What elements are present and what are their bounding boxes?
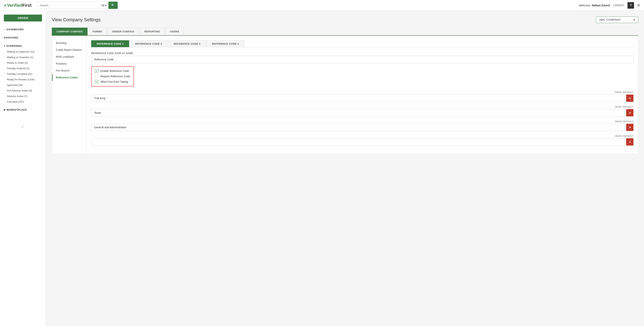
value-input-trail-king[interactable] bbox=[91, 94, 624, 102]
sidebar-dashboard-item[interactable]: ⌂ DASHBOARD bbox=[0, 26, 46, 32]
checkbox-item-require: Require Reference Code bbox=[95, 75, 130, 78]
top-nav: ✔VerifiedFirst All ▾ 🔍 Welcome, Nathan (… bbox=[0, 0, 644, 11]
logout-button[interactable]: LOGOUT bbox=[613, 4, 624, 7]
value-row-input-3: ✕ bbox=[91, 124, 634, 131]
ref-tab-4[interactable]: REFERENCE CODE 4 bbox=[206, 40, 244, 47]
home-icon: ⌂ bbox=[4, 28, 5, 31]
sidebar-item-approved[interactable]: Approved (34) bbox=[0, 82, 46, 88]
chevron-right-icon: ▶ bbox=[4, 108, 6, 111]
value-row-input-4: ✕ bbox=[91, 138, 634, 146]
sidebar-item-partially-ordered[interactable]: Partially Ordered (1) bbox=[0, 66, 46, 71]
require-checkbox[interactable] bbox=[95, 75, 98, 78]
value-row-input-1: ✕ bbox=[91, 94, 634, 102]
tab-order-configs[interactable]: ORDER CONFIGS bbox=[107, 28, 139, 35]
sidebar-positions-section: POSITIONS bbox=[0, 33, 46, 42]
delete-button-general[interactable]: ✕ bbox=[626, 124, 634, 131]
checkbox-item-enable: Enable Reference Code bbox=[95, 69, 130, 73]
logo-first: First bbox=[22, 3, 32, 8]
sidebar-footer-logo: ✓ bbox=[0, 118, 46, 136]
value-row-texas: MAKE DEFAULT ✕ bbox=[91, 106, 634, 116]
display-name-input[interactable] bbox=[91, 56, 634, 63]
make-default-label-3: MAKE DEFAULT bbox=[91, 120, 634, 123]
main-content: View Company Settings ABC COMPANY ▾ COMP… bbox=[46, 11, 644, 326]
search-filter-label: All bbox=[102, 4, 104, 7]
right-panel: REFERENCE CODE 1 REFERENCE CODE 2 REFERE… bbox=[86, 36, 638, 154]
value-row-input-2: ✕ bbox=[91, 109, 634, 116]
main-tabs: COMPANY CONFIGS FORMS ORDER CONFIGS REPO… bbox=[52, 28, 638, 36]
value-input-general[interactable] bbox=[91, 124, 624, 131]
freeform-checkbox[interactable] bbox=[95, 80, 98, 83]
tab-forms[interactable]: FORMS bbox=[88, 28, 107, 35]
chevron-down-icon: ▾ bbox=[4, 45, 5, 47]
sidebar-dashboard-label: DASHBOARD bbox=[6, 28, 24, 31]
sidebar-item-partially-complete[interactable]: Partially Complete (62) bbox=[0, 71, 46, 77]
delete-button-empty[interactable]: ✕ bbox=[626, 138, 634, 146]
ref-tab-1[interactable]: REFERENCE CODE 1 bbox=[91, 40, 129, 47]
sidebar-dashboard-section: ⌂ DASHBOARD bbox=[0, 25, 46, 33]
display-name-label: REFERENCE CODE DISPLAY NAME bbox=[91, 52, 634, 55]
value-input-empty[interactable] bbox=[91, 138, 624, 146]
company-dropdown-arrow-icon: ▾ bbox=[634, 18, 635, 21]
logo: ✔VerifiedFirst bbox=[4, 3, 32, 8]
value-row-empty: MAKE DEFAULT ✕ bbox=[91, 135, 634, 146]
freeform-checkbox-label: Allow Free-form Typing bbox=[100, 80, 128, 83]
sidebar-item-ready-order[interactable]: Ready to Order (0) bbox=[0, 60, 46, 66]
sidebar-item-ready-review[interactable]: Ready for Review (1204) bbox=[0, 77, 46, 82]
company-name: ABC COMPANY bbox=[599, 18, 621, 21]
tab-users[interactable]: USERS bbox=[165, 28, 184, 35]
make-default-label-2: MAKE DEFAULT bbox=[91, 106, 634, 108]
page-header: View Company Settings ABC COMPANY ▾ bbox=[52, 16, 638, 23]
company-selector[interactable]: ABC COMPANY ▾ bbox=[596, 16, 638, 23]
ref-tab-2[interactable]: REFERENCE CODE 2 bbox=[130, 40, 168, 47]
sidebar-screening-section: ▾ SCREENING Waiting on Applicant (12) Wa… bbox=[0, 42, 46, 106]
sidebar-marketplace-label: MARKETPLACE bbox=[7, 108, 27, 111]
content-panel: Branding Credit Report Reason MVR Lookba… bbox=[52, 36, 638, 154]
order-button[interactable]: ORDER bbox=[4, 14, 42, 21]
settings-gear-icon[interactable]: ⚙ bbox=[637, 3, 640, 7]
logo-verified: Verified bbox=[7, 3, 22, 8]
enable-checkbox[interactable] bbox=[95, 69, 98, 73]
sidebar-item-waiting-applicant[interactable]: Waiting on Applicant (12) bbox=[0, 49, 46, 54]
help-button[interactable]: ? bbox=[628, 2, 634, 9]
options-checkbox-group: Enable Reference Code Require Reference … bbox=[91, 66, 134, 86]
left-menu-branding[interactable]: Branding bbox=[52, 39, 86, 46]
make-default-label-1: MAKE DEFAULT bbox=[91, 91, 634, 93]
sidebar-item-adverse[interactable]: Adverse Action (7) bbox=[0, 93, 46, 99]
make-default-label-4: MAKE DEFAULT bbox=[91, 135, 634, 137]
sidebar-positions-item[interactable]: POSITIONS bbox=[0, 35, 46, 41]
left-menu: Branding Credit Report Reason MVR Lookba… bbox=[52, 36, 86, 154]
tab-company-configs[interactable]: COMPANY CONFIGS bbox=[52, 28, 88, 35]
display-name-field: REFERENCE CODE DISPLAY NAME bbox=[91, 52, 634, 66]
sidebar-screening-header[interactable]: ▾ SCREENING bbox=[0, 43, 46, 49]
welcome-text: Welcome, Nathan (User)! bbox=[579, 4, 610, 7]
left-menu-credit-report[interactable]: Credit Report Reason bbox=[52, 46, 86, 53]
left-menu-reference-codes[interactable]: Reference Codes bbox=[52, 74, 86, 81]
search-filter-dropdown[interactable]: All ▾ bbox=[100, 2, 108, 8]
sidebar-marketplace-item[interactable]: ▶ MARKETPLACE bbox=[0, 107, 46, 113]
enable-checkbox-label: Enable Reference Code bbox=[100, 69, 129, 72]
value-row-general: MAKE DEFAULT ✕ bbox=[91, 120, 634, 131]
delete-button-texas[interactable]: ✕ bbox=[626, 109, 634, 116]
reference-code-tabs: REFERENCE CODE 1 REFERENCE CODE 2 REFERE… bbox=[91, 40, 634, 47]
layout: ORDER ⌂ DASHBOARD POSITIONS ▾ SCREENING … bbox=[0, 11, 644, 326]
sidebar-positions-label: POSITIONS bbox=[4, 36, 18, 39]
left-menu-mvr[interactable]: MVR Lookback bbox=[52, 53, 86, 60]
page-title: View Company Settings bbox=[52, 17, 100, 22]
value-row-trail-king: MAKE DEFAULT ✕ bbox=[91, 91, 634, 102]
delete-button-trail-king[interactable]: ✕ bbox=[626, 94, 634, 102]
tab-reporting[interactable]: REPORTING bbox=[140, 28, 165, 35]
require-checkbox-label: Require Reference Code bbox=[100, 75, 130, 78]
search-input[interactable] bbox=[38, 2, 99, 8]
search-button[interactable]: 🔍 bbox=[108, 2, 118, 9]
sidebar-item-canceled[interactable]: Canceled (157) bbox=[0, 99, 46, 104]
search-area: All ▾ 🔍 bbox=[37, 1, 118, 9]
left-menu-pre-search[interactable]: Pre-Search bbox=[52, 67, 86, 74]
value-input-texas[interactable] bbox=[91, 109, 624, 116]
ref-tab-3[interactable]: REFERENCE CODE 3 bbox=[168, 40, 206, 47]
checkbox-item-freeform: Allow Free-form Typing bbox=[95, 80, 130, 83]
left-menu-positions[interactable]: Positions bbox=[52, 60, 86, 67]
chevron-down-icon: ▾ bbox=[105, 4, 106, 7]
sidebar-item-waiting-guardian[interactable]: Waiting on Guardian (1) bbox=[0, 54, 46, 60]
sidebar-item-pre-adverse[interactable]: Pre-Adverse Action (8) bbox=[0, 88, 46, 93]
sidebar-screening-label: SCREENING bbox=[6, 44, 22, 47]
